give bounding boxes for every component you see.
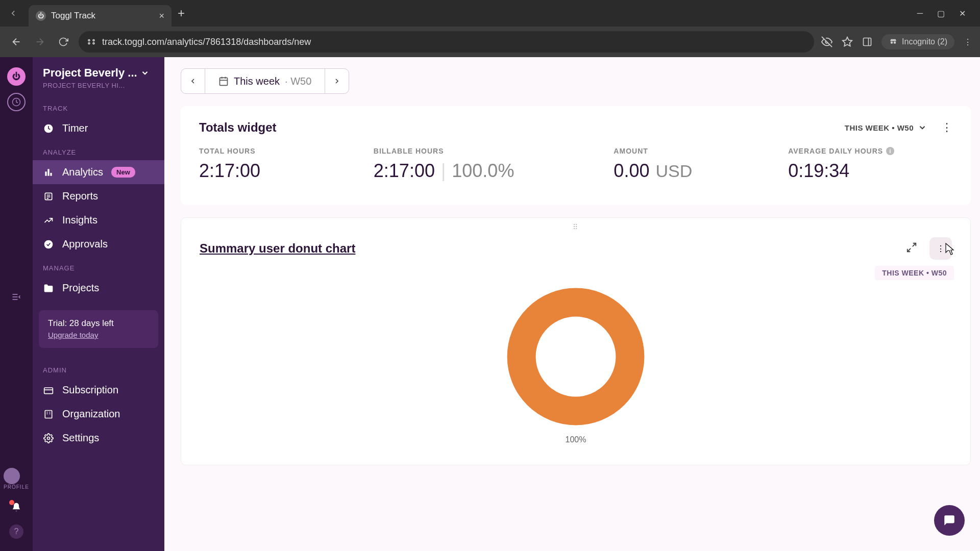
rail-clock-icon[interactable] — [7, 93, 26, 111]
side-panel-icon[interactable] — [862, 37, 872, 47]
subscription-icon — [43, 385, 54, 396]
browser-tab-active[interactable]: ⏻ Toggl Track × — [29, 5, 172, 27]
svg-line-38 — [908, 248, 911, 251]
projects-icon — [43, 283, 54, 294]
metric-label: AVERAGE DAILY HOURS — [788, 147, 883, 155]
widget-range-dropdown[interactable]: THIS WEEK • W50 — [845, 123, 927, 132]
browser-menu-icon[interactable]: ⋮ — [964, 37, 972, 47]
window-controls: ─ ▢ ✕ — [917, 9, 976, 18]
notifications-bell-icon[interactable] — [10, 501, 22, 513]
widget-title-link[interactable]: Summary user donut chart — [200, 241, 355, 256]
divider: | — [441, 160, 446, 182]
widget-more-button[interactable]: ⋮ — [929, 237, 952, 260]
collapse-sidebar-icon[interactable] — [11, 292, 21, 305]
date-center[interactable]: This week · W50 — [205, 69, 325, 93]
org-subtitle: PROJECT BEVERLY HI... — [43, 82, 154, 89]
svg-rect-8 — [864, 38, 871, 46]
sidebar-item-reports[interactable]: Reports — [33, 184, 164, 208]
metric-amount: AMOUNT 0.00 USD — [614, 147, 778, 182]
widget-more-icon[interactable]: ⋮ — [941, 121, 952, 134]
toggl-power-icon[interactable]: ⏻ — [7, 67, 26, 86]
analytics-icon — [43, 167, 54, 178]
nav-reload-icon[interactable] — [55, 34, 71, 50]
sidebar-item-settings[interactable]: Settings — [33, 426, 164, 450]
svg-rect-18 — [47, 169, 49, 176]
site-settings-icon[interactable] — [87, 37, 96, 46]
donut-percent-label: 100% — [566, 435, 586, 444]
donut-svg — [504, 285, 647, 428]
nav-back-icon[interactable] — [8, 34, 24, 50]
svg-point-32 — [47, 437, 50, 439]
sidebar-item-label: Insights — [62, 214, 97, 226]
svg-marker-7 — [843, 37, 852, 46]
profile-avatar-group[interactable]: PROFILE — [4, 468, 29, 490]
sidebar-item-projects[interactable]: Projects — [33, 276, 164, 300]
section-analyze: ANALYZE — [33, 140, 164, 160]
range-badge: THIS WEEK • W50 — [875, 266, 954, 280]
section-track: TRACK — [33, 96, 164, 116]
new-tab-button[interactable]: + — [178, 6, 185, 20]
reports-icon — [43, 191, 54, 202]
sidebar-item-insights[interactable]: Insights — [33, 208, 164, 232]
url-field[interactable]: track.toggl.com/analytics/7861318/dashbo… — [79, 31, 814, 53]
section-manage: MANAGE — [33, 256, 164, 276]
help-icon[interactable]: ? — [9, 524, 23, 539]
metric-value: 2:17:00 — [199, 160, 363, 182]
info-icon[interactable]: i — [886, 147, 894, 155]
sidebar-item-approvals[interactable]: Approvals — [33, 232, 164, 256]
chevron-down-icon — [140, 68, 150, 78]
metric-label: TOTAL HOURS — [199, 147, 363, 155]
widget-title: Totals widget — [199, 120, 277, 135]
sidebar-item-label: Reports — [62, 190, 98, 202]
date-prev-icon[interactable] — [181, 77, 205, 85]
date-range-picker[interactable]: This week · W50 — [181, 68, 349, 94]
incognito-label: Incognito (2) — [902, 37, 947, 46]
svg-rect-33 — [220, 78, 228, 85]
calendar-icon — [218, 76, 229, 86]
svg-point-11 — [894, 41, 896, 44]
upgrade-link[interactable]: Upgrade today — [48, 331, 98, 339]
svg-line-37 — [913, 243, 916, 246]
eye-off-icon[interactable] — [821, 36, 832, 47]
svg-rect-19 — [50, 172, 52, 176]
amount-currency: USD — [655, 161, 692, 181]
metric-label: AMOUNT — [614, 147, 778, 155]
svg-point-4 — [88, 43, 90, 44]
drag-handle-icon[interactable]: ⠿ — [573, 223, 579, 231]
sidebar-item-timer[interactable]: Timer — [33, 116, 164, 140]
profile-label: PROFILE — [4, 484, 29, 490]
chat-support-button[interactable] — [934, 505, 965, 536]
sidebar-item-label: Organization — [62, 408, 120, 420]
browser-tab-strip: ⏻ Toggl Track × + ─ ▢ ✕ — [0, 0, 980, 27]
window-close-icon[interactable]: ✕ — [959, 9, 966, 18]
billable-value: 2:17:00 — [374, 160, 435, 182]
incognito-icon — [889, 37, 898, 46]
history-back-chevron[interactable] — [4, 4, 22, 22]
tab-title: Toggl Track — [51, 11, 95, 21]
org-switcher[interactable]: Project Beverly ... PROJECT BEVERLY HI..… — [33, 64, 164, 96]
donut-chart: 100% — [200, 285, 952, 444]
window-maximize-icon[interactable]: ▢ — [937, 9, 945, 18]
cursor-pointer-icon — [943, 242, 955, 260]
sidebar-item-label: Analytics — [62, 166, 103, 178]
donut-widget: ⠿ Summary user donut chart ⋮ THIS W — [181, 217, 971, 465]
incognito-badge[interactable]: Incognito (2) — [881, 34, 954, 49]
window-minimize-icon[interactable]: ─ — [917, 9, 923, 18]
bookmark-star-icon[interactable] — [842, 36, 853, 47]
settings-icon — [43, 433, 54, 444]
amount-value: 0.00 — [614, 160, 649, 182]
sidebar-item-label: Subscription — [62, 384, 118, 396]
date-next-icon[interactable] — [325, 77, 349, 85]
sidebar-item-subscription[interactable]: Subscription — [33, 378, 164, 402]
sidebar-item-organization[interactable]: Organization — [33, 402, 164, 426]
main-content: This week · W50 Totals widget THIS WEEK … — [164, 57, 980, 551]
sidebar-item-analytics[interactable]: Analytics New — [33, 160, 164, 184]
metric-billable-hours: BILLABLE HOURS 2:17:00 | 100.0% — [374, 147, 604, 182]
trial-banner: Trial: 28 days left Upgrade today — [39, 310, 158, 348]
svg-point-24 — [44, 240, 53, 248]
trial-title: Trial: 28 days left — [48, 318, 149, 329]
expand-icon[interactable] — [906, 242, 917, 256]
organization-icon — [43, 409, 54, 420]
tab-close-icon[interactable]: × — [159, 11, 164, 21]
nav-forward-icon[interactable] — [32, 34, 48, 50]
